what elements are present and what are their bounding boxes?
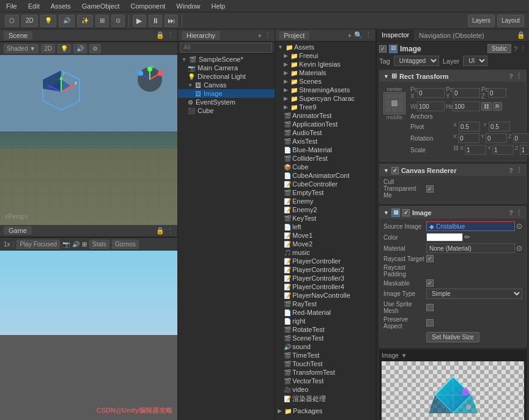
menu-component[interactable]: Component: [128, 2, 168, 10]
cull-checkbox[interactable]: ✓: [426, 185, 434, 193]
proj-playercontroller[interactable]: 📝 PlayerController: [275, 257, 375, 265]
tree-cube[interactable]: ⬛ Cube: [178, 106, 275, 115]
2d-toggle[interactable]: 2D: [21, 15, 38, 27]
sprite-mesh-checkbox[interactable]: [426, 304, 434, 311]
image-section-header[interactable]: ▼ 🖼 ✓ Image ? ⋮: [380, 207, 526, 219]
proj-supercyan[interactable]: ▶ 📁 Supercyan Charac: [275, 94, 375, 103]
navigation-tab[interactable]: Navigation (Obsolete): [414, 31, 489, 40]
anchor-grid[interactable]: [383, 92, 405, 114]
component-help-icon[interactable]: ?: [514, 45, 517, 53]
layout-btn[interactable]: Layout: [497, 15, 524, 27]
scene-canvas[interactable]: y z X Z Y <: [0, 55, 177, 225]
proj-axistest[interactable]: 🎬 AxisTest: [275, 137, 375, 146]
hierarchy-tab[interactable]: Hierarchy: [182, 31, 220, 40]
hierarchy-search-input[interactable]: [180, 43, 272, 53]
tree-image[interactable]: 🖼 Image: [178, 89, 275, 98]
proj-keytest[interactable]: 🎬 KeyTest: [275, 214, 375, 223]
component-more-icon[interactable]: ⋮: [520, 45, 527, 53]
proj-streaming[interactable]: ▶ 📁 StreamingAssets: [275, 86, 375, 94]
img-more-icon[interactable]: ⋮: [516, 209, 522, 217]
posx-value[interactable]: 0: [417, 88, 445, 98]
scene-tab[interactable]: Scene: [4, 31, 32, 40]
proj-move1[interactable]: 📝 Move1: [275, 231, 375, 240]
menu-edit[interactable]: Edit: [26, 2, 42, 10]
scene-light-btn[interactable]: 💡: [57, 44, 71, 53]
audio-toggle[interactable]: 🔊: [59, 15, 75, 27]
proj-rotatetest[interactable]: 🎬 RotateTest: [275, 325, 375, 334]
color-pick-icon[interactable]: ✏: [464, 233, 470, 241]
cr-help-icon[interactable]: ?: [509, 167, 513, 174]
play-focused-btn[interactable]: Play Focused: [17, 240, 60, 249]
pause-button[interactable]: ⏸: [149, 15, 162, 27]
tag-dropdown[interactable]: Untagged: [394, 56, 439, 66]
project-add-icon[interactable]: +: [348, 32, 352, 39]
light-toggle[interactable]: 💡: [40, 15, 56, 27]
source-image-pick-icon[interactable]: ⊙: [516, 222, 522, 230]
r-btn[interactable]: R: [493, 102, 502, 111]
scene-more-icon[interactable]: ⋮: [167, 31, 174, 39]
component-checkbox[interactable]: ✓: [379, 45, 387, 53]
material-pick-icon[interactable]: ⊙: [516, 244, 522, 252]
img-help-icon[interactable]: ?: [509, 209, 513, 216]
proj-music[interactable]: 🎵 music: [275, 248, 375, 257]
step-button[interactable]: ⏭: [165, 15, 178, 27]
inspector-tab[interactable]: Inspector: [377, 30, 414, 41]
menu-window[interactable]: Window: [174, 2, 202, 10]
gizmos-btn[interactable]: Gizmos: [112, 240, 139, 249]
source-image-value[interactable]: ◆ Cristalblue: [426, 221, 515, 231]
proj-assets[interactable]: ▼ 📁 Assets: [275, 43, 375, 51]
gizmo-toggle[interactable]: ⊙: [111, 15, 125, 27]
proj-playernav[interactable]: 📝 PlayerNavControlle: [275, 291, 375, 300]
proj-scenetest[interactable]: 🎬 SceneTest: [275, 334, 375, 342]
scale-z-value[interactable]: 1: [520, 145, 529, 155]
proj-cubecontroller[interactable]: 📝 CubeController: [275, 180, 375, 188]
menu-help[interactable]: Help: [209, 2, 228, 10]
proj-bluematerial[interactable]: 📄 Blue-Material: [275, 146, 375, 154]
scale-x-value[interactable]: 1: [465, 145, 486, 155]
rot-z-value[interactable]: 0: [513, 133, 529, 143]
proj-animatortest[interactable]: 🎬 AnimatorTest: [275, 111, 375, 120]
tree-samplescene[interactable]: ▼ 🎬 SampleScene*: [178, 55, 275, 64]
proj-applicationtest[interactable]: 🎬 ApplicationTest: [275, 120, 375, 128]
scene-fx-btn[interactable]: ⚙: [89, 44, 101, 53]
proj-playercontroller4[interactable]: 📝 PlayerController4: [275, 282, 375, 291]
proj-transformtest[interactable]: 🎬 TransformTest: [275, 368, 375, 377]
posy-value[interactable]: 0: [453, 88, 480, 98]
raycast-target-checkbox[interactable]: ✓: [426, 255, 434, 262]
scene-lock-icon[interactable]: 🔒: [156, 31, 165, 39]
proj-packages[interactable]: ▶ 📁 Packages: [275, 407, 375, 415]
proj-raytest[interactable]: 🎬 RayTest: [275, 300, 375, 308]
scene-2d-btn[interactable]: 2D: [41, 44, 55, 53]
proj-enemy[interactable]: 📝 Enemy: [275, 197, 375, 205]
material-value[interactable]: None (Material): [426, 243, 515, 253]
proj-timetest[interactable]: 🎬 TimeTest: [275, 351, 375, 359]
cr-more-icon[interactable]: ⋮: [516, 166, 522, 174]
tree-maincamera[interactable]: 📷 Main Camera: [178, 64, 275, 72]
proj-video[interactable]: 🎥 video: [275, 385, 375, 394]
game-tab[interactable]: Game: [4, 226, 32, 235]
maskable-checkbox[interactable]: ✓: [426, 279, 434, 287]
pivot-x-value[interactable]: 0.5: [459, 122, 480, 131]
native-size-button[interactable]: Set Native Size: [426, 332, 479, 342]
proj-kevin[interactable]: ▶ 📁 Kevin Iglesias: [275, 60, 375, 68]
scene-audio-btn[interactable]: 🔊: [73, 44, 87, 53]
hierarchy-add-icon[interactable]: +: [258, 32, 262, 39]
proj-sound[interactable]: 🔊 sound: [275, 342, 375, 351]
menu-gameobject[interactable]: GameObject: [80, 2, 122, 10]
proj-tree9[interactable]: ▶ 📁 Tree9: [275, 103, 375, 111]
cr-checkbox[interactable]: ✓: [391, 167, 399, 174]
proj-collidertest[interactable]: 🎬 ColliderTest: [275, 154, 375, 163]
rect-more-icon[interactable]: ⋮: [516, 72, 522, 80]
height-value[interactable]: 100: [453, 101, 480, 111]
constrain-btn[interactable]: ⛓: [481, 102, 492, 111]
proj-emptytest[interactable]: 🎬 EmptyTest: [275, 188, 375, 197]
scale-y-value[interactable]: 1: [492, 145, 514, 155]
preserve-aspect-checkbox[interactable]: [426, 319, 434, 326]
proj-left[interactable]: 📄 left: [275, 223, 375, 231]
proj-cubeanimator[interactable]: 📄 CubeAnimatorCont: [275, 171, 375, 180]
tree-canvas[interactable]: ▼ 🖼 Canvas: [178, 81, 275, 89]
static-badge[interactable]: Static: [487, 44, 511, 53]
stats-btn[interactable]: Stats: [89, 240, 109, 249]
project-search-icon[interactable]: 🔍: [354, 31, 363, 39]
pivot-y-value[interactable]: 0.5: [489, 122, 510, 131]
